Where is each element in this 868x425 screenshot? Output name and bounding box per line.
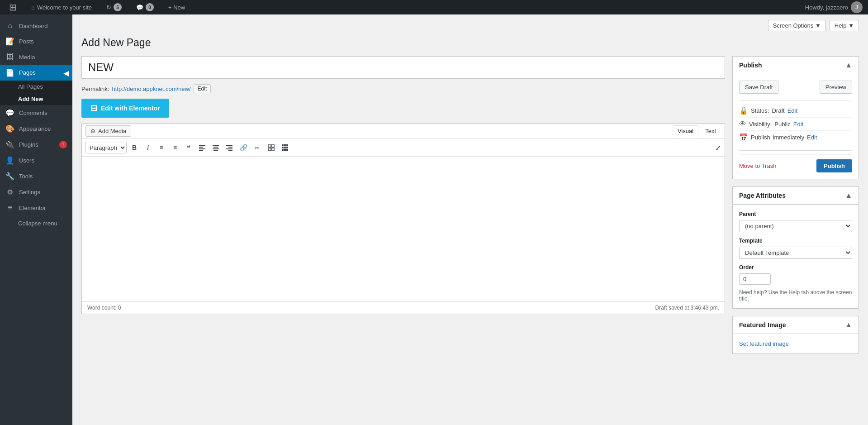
parent-select[interactable]: (no parent) (739, 220, 852, 232)
permalink-edit-button[interactable]: Edit (194, 84, 211, 93)
svg-rect-20 (282, 147, 284, 148)
blockquote-button[interactable]: ❝ (183, 142, 194, 153)
publish-meta-list: 🔒 Status: Draft Edit 👁 Visibility: Publi… (739, 104, 852, 144)
move-to-trash-link[interactable]: Move to Trash (739, 162, 776, 169)
permalink-label: Permalink: (81, 86, 109, 92)
featured-image-body: Set featured image (733, 334, 859, 353)
unordered-list-button[interactable]: ≡ (156, 142, 167, 153)
sidebar-item-elementor[interactable]: ≡ Elementor (0, 200, 72, 215)
publish-panel-toggle[interactable]: ▲ (845, 61, 852, 69)
preview-button[interactable]: Preview (820, 81, 852, 94)
admin-bar: ⊞ ⌂ Welcome to your site ↻ 5 💬 0 + New H… (0, 0, 868, 14)
updates-bar[interactable]: ↻ 5 (103, 0, 125, 14)
sidebar-item-appearance[interactable]: 🎨 Appearance (0, 121, 72, 137)
svg-rect-14 (272, 144, 275, 147)
template-select[interactable]: Default Template (739, 247, 852, 259)
permalink-link[interactable]: http://demo.appknet.com/new/ (112, 86, 190, 92)
featured-image-header: Featured Image ▲ (733, 316, 859, 334)
svg-rect-25 (286, 149, 288, 151)
sidebar-label-elementor: Elementor (19, 205, 46, 211)
sidebar-item-users[interactable]: 👤 Users (0, 153, 72, 168)
editor-toolbar: Paragraph B I ≡ ≡ ❝ (82, 139, 725, 157)
word-count-text: Word count: 0 (87, 305, 121, 311)
italic-button[interactable]: I (142, 142, 154, 153)
wp-logo[interactable]: ⊞ (5, 0, 20, 14)
elementor-menu-icon: ≡ (5, 204, 14, 212)
align-right-button[interactable] (223, 142, 235, 153)
ordered-list-button[interactable]: ≡ (169, 142, 181, 153)
tools-icon: 🔧 (5, 172, 14, 181)
screen-options-bar: Screen Options ▼ Help ▼ (81, 20, 859, 31)
set-featured-image-link[interactable]: Set featured image (739, 340, 789, 347)
publish-time-edit-link[interactable]: Edit (807, 134, 817, 141)
sidebar-item-posts[interactable]: 📝 Posts (0, 33, 72, 49)
status-meta: 🔒 Status: Draft Edit (739, 104, 852, 117)
help-text: Need help? Use the Help tab above the sc… (739, 289, 852, 302)
edit-with-elementor-button[interactable]: ⊟ Edit with Elementor (81, 99, 169, 118)
new-label: + New (168, 4, 185, 11)
status-icon: 🔒 (739, 106, 748, 115)
sidebar-item-plugins[interactable]: 🔌 Plugins 1 (0, 137, 72, 153)
paragraph-select[interactable]: Paragraph (85, 142, 127, 153)
publish-button[interactable]: Publish (816, 159, 852, 172)
insert-table-button[interactable] (266, 142, 277, 153)
align-center-button[interactable] (210, 142, 222, 153)
svg-rect-11 (228, 150, 232, 151)
tab-text[interactable]: Text (700, 125, 721, 137)
link-button[interactable]: 🔗 (237, 142, 250, 153)
comments-bar[interactable]: 💬 0 (133, 0, 157, 14)
sidebar-item-settings[interactable]: ⚙ Settings (0, 184, 72, 200)
order-input[interactable] (739, 273, 771, 285)
home-icon: ⌂ (31, 4, 35, 11)
sidebar-item-tools[interactable]: 🔧 Tools (0, 168, 72, 184)
posts-icon: 📝 (5, 37, 14, 46)
add-media-button[interactable]: ⊕ Add Media (85, 125, 131, 137)
howdy-bar[interactable]: Howdy, jazzaero J (805, 1, 863, 13)
editor-box: ⊕ Add Media Visual Text Paragraph (81, 123, 725, 314)
new-content-bar[interactable]: + New (165, 0, 189, 14)
page-attributes-panel: Page Attributes ▲ Parent (no parent) Tem… (732, 186, 859, 309)
bold-button[interactable]: B (128, 142, 140, 153)
site-name-bar[interactable]: ⌂ Welcome to your site (28, 0, 95, 14)
featured-image-title: Featured Image (739, 321, 786, 329)
align-left-button[interactable] (196, 142, 208, 153)
svg-rect-8 (226, 145, 232, 146)
settings-icon: ⚙ (5, 188, 14, 196)
sidebar-item-dashboard[interactable]: ⌂ Dashboard (0, 18, 72, 33)
unlink-button[interactable]: ✂ (252, 142, 264, 153)
insert-grid-button[interactable] (279, 142, 291, 153)
editor-content-area[interactable] (82, 157, 725, 301)
comments-icon: 💬 (136, 4, 143, 11)
publish-panel-header: Publish ▲ (733, 57, 859, 74)
publish-time-label: Publish (751, 134, 770, 141)
sidebar-item-pages[interactable]: 📄 Pages ◀ (0, 65, 72, 81)
sidebar-label-dashboard: Dashboard (19, 23, 48, 29)
page-attributes-body: Parent (no parent) Template Default Temp… (733, 205, 859, 308)
template-label: Template (739, 238, 852, 244)
sidebar-item-comments[interactable]: 💬 Comments (0, 105, 72, 121)
comments-count: 0 (146, 3, 154, 11)
status-edit-link[interactable]: Edit (787, 107, 797, 114)
sidebar-item-media[interactable]: 🖼 Media (0, 49, 72, 65)
screen-options-button[interactable]: Screen Options ▼ (768, 20, 826, 31)
tab-visual[interactable]: Visual (673, 125, 698, 137)
expand-editor-button[interactable]: ⤢ (715, 143, 721, 152)
all-pages-label: All Pages (18, 83, 43, 90)
status-value: Draft (772, 107, 784, 114)
save-draft-button[interactable]: Save Draft (739, 81, 778, 94)
page-attributes-toggle[interactable]: ▲ (845, 191, 852, 200)
sidebar-item-all-pages[interactable]: All Pages (0, 81, 72, 93)
plugins-icon: 🔌 (5, 140, 14, 149)
collapse-menu-button[interactable]: Collapse menu (0, 215, 72, 231)
svg-rect-7 (213, 150, 218, 151)
sidebar-item-add-new[interactable]: Add New (0, 93, 72, 105)
wp-icon: ⊞ (9, 2, 17, 13)
add-new-label: Add New (18, 96, 43, 102)
visibility-label: Visibility: (749, 121, 772, 128)
svg-rect-1 (199, 147, 203, 148)
help-button[interactable]: Help ▼ (830, 20, 859, 31)
visibility-edit-link[interactable]: Edit (793, 121, 803, 128)
site-name-label: Welcome to your site (37, 4, 92, 11)
featured-image-toggle[interactable]: ▲ (845, 321, 852, 329)
title-input[interactable] (81, 56, 725, 79)
